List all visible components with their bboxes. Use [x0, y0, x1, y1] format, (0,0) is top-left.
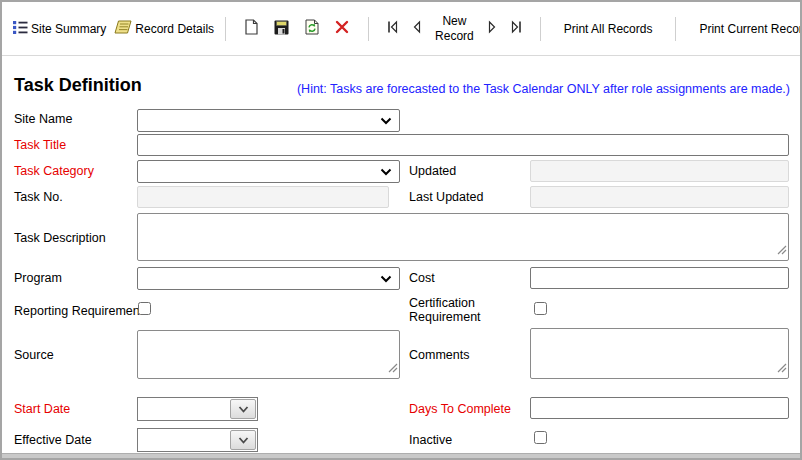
combo-dropdown-button[interactable] [230, 430, 256, 450]
window-bottom-border [2, 453, 800, 458]
new-record-button[interactable]: New Record [435, 14, 474, 43]
start-date-combo[interactable] [137, 397, 258, 421]
new-record-label-line2: Record [435, 29, 474, 43]
certification-requirement-checkbox[interactable] [534, 302, 547, 315]
next-record-icon [487, 20, 498, 37]
effective-date-combo[interactable] [137, 428, 258, 452]
refresh-button[interactable] [305, 19, 319, 38]
new-record-label-line1: New [435, 14, 474, 28]
page-title: Task Definition [14, 75, 142, 96]
inactive-label: Inactive [409, 433, 452, 447]
delete-record-button[interactable] [335, 20, 349, 37]
delete-icon [335, 20, 349, 37]
comments-textarea[interactable] [530, 328, 789, 379]
resize-grip-icon[interactable] [777, 241, 787, 259]
task-no-input [137, 186, 389, 208]
task-title-label: Task Title [14, 138, 66, 152]
task-description-textarea-input[interactable] [138, 214, 788, 260]
updated-input [530, 160, 789, 182]
site-summary-label: Site Summary [31, 22, 106, 36]
last-updated-input [530, 186, 789, 208]
save-icon [274, 20, 289, 38]
previous-record-icon [411, 20, 422, 37]
chevron-down-icon [380, 165, 392, 179]
toolbar: Site Summary Record Details [2, 2, 800, 56]
chevron-down-icon [380, 272, 392, 286]
source-textarea[interactable] [137, 330, 400, 379]
task-description-textarea[interactable] [137, 213, 789, 261]
site-name-select[interactable] [137, 109, 400, 132]
new-document-icon [245, 19, 258, 38]
source-textarea-input[interactable] [138, 331, 399, 378]
print-all-records-button[interactable]: Print All Records [564, 22, 653, 36]
certification-requirement-label: Certification Requirement [409, 296, 509, 324]
days-to-complete-input[interactable] [530, 397, 789, 419]
last-record-icon [510, 20, 523, 37]
task-no-label: Task No. [14, 190, 63, 204]
task-definition-window: Site Summary Record Details [0, 0, 802, 460]
toolbar-separator [368, 17, 369, 41]
resize-grip-icon[interactable] [388, 359, 398, 377]
site-summary-button[interactable]: Site Summary [13, 21, 106, 37]
hint-text: (Hint: Tasks are forecasted to the Task … [297, 82, 790, 96]
chevron-down-icon [380, 114, 392, 128]
note-icon [114, 20, 132, 37]
save-button[interactable] [274, 20, 289, 38]
task-description-label: Task Description [14, 231, 106, 245]
list-icon [13, 21, 28, 37]
effective-date-label: Effective Date [14, 433, 92, 447]
updated-label: Updated [409, 164, 456, 178]
program-select[interactable] [137, 267, 400, 290]
resize-grip-icon[interactable] [777, 359, 787, 377]
comments-label: Comments [409, 348, 469, 362]
previous-record-button[interactable] [411, 20, 422, 37]
record-details-button[interactable]: Record Details [114, 20, 214, 37]
site-name-label: Site Name [14, 112, 72, 126]
program-label: Program [14, 271, 62, 285]
first-record-icon [386, 20, 399, 37]
inactive-checkbox[interactable] [534, 431, 547, 444]
reporting-requirement-label: Reporting Requirement [14, 304, 143, 318]
last-record-button[interactable] [510, 20, 523, 37]
cost-label: Cost [409, 271, 435, 285]
task-title-input[interactable] [137, 134, 789, 156]
next-record-button[interactable] [487, 20, 498, 37]
days-to-complete-label: Days To Complete [409, 402, 511, 416]
record-details-label: Record Details [135, 22, 214, 36]
task-category-label: Task Category [14, 164, 94, 178]
refresh-icon [305, 19, 319, 38]
cost-input[interactable] [530, 267, 789, 289]
new-document-button[interactable] [245, 19, 258, 38]
toolbar-separator [540, 17, 541, 41]
source-label: Source [14, 348, 54, 362]
last-updated-label: Last Updated [409, 190, 483, 204]
print-current-record-button[interactable]: Print Current Record [699, 22, 802, 36]
reporting-requirement-checkbox[interactable] [138, 302, 151, 315]
first-record-button[interactable] [386, 20, 399, 37]
comments-textarea-input[interactable] [531, 329, 788, 378]
task-category-select[interactable] [137, 160, 400, 183]
toolbar-separator [225, 17, 226, 41]
combo-dropdown-button[interactable] [230, 399, 256, 419]
toolbar-separator [675, 17, 676, 41]
start-date-label: Start Date [14, 402, 70, 416]
